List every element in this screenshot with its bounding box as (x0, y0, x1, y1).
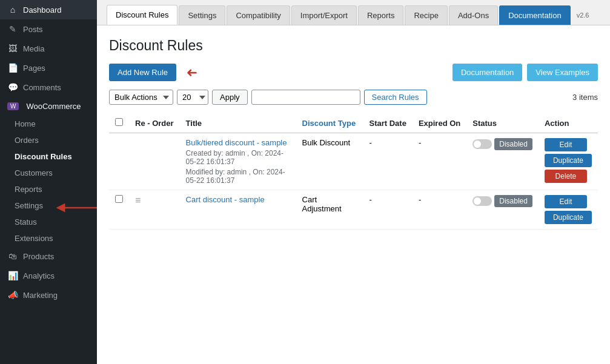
sidebar-item-media[interactable]: 🖼 Media (0, 39, 97, 58)
posts-icon: ✎ (7, 24, 18, 34)
row1-meta2: Modified by: admin , On: 2024-05-22 16:0… (186, 168, 290, 185)
main-area: Discount Rules Settings Compatibility Im… (97, 0, 610, 364)
row1-action-buttons: Edit Duplicate Delete (545, 138, 592, 183)
col-header-status: Status (466, 113, 539, 133)
col-header-reorder: Re - Order (129, 113, 180, 133)
row1-reorder-cell (129, 133, 180, 190)
marketing-icon: 📣 (7, 290, 18, 300)
row1-title-cell: Bulk/tiered discount - sample Created by… (180, 133, 296, 190)
apply-button[interactable]: Apply (212, 90, 248, 105)
row1-toggle-switch[interactable] (472, 139, 492, 149)
col-header-checkbox (109, 113, 129, 133)
row2-status-label: Disabled (494, 195, 532, 207)
sidebar-item-pages[interactable]: 📄 Pages (0, 58, 97, 78)
row2-title-link[interactable]: Cart discount - sample (186, 195, 265, 204)
col-header-title: Title (180, 113, 296, 133)
sidebar-sub-item-status[interactable]: Status (0, 214, 97, 230)
tab-recipe[interactable]: Recipe (405, 5, 447, 25)
tab-discount-rules[interactable]: Discount Rules (107, 5, 177, 25)
table-row: Bulk/tiered discount - sample Created by… (109, 133, 598, 190)
row1-edit-button[interactable]: Edit (545, 138, 587, 151)
row2-status-cell: Disabled (466, 190, 539, 230)
row2-duplicate-button[interactable]: Duplicate (545, 211, 592, 224)
dashboard-icon: ⌂ (7, 5, 18, 15)
row2-drag-handle[interactable]: ≡ (135, 195, 141, 205)
select-all-checkbox[interactable] (115, 118, 123, 126)
row2-start-date-cell: - (363, 190, 412, 230)
filter-row: Bulk Actions 20 Apply Search Rules 3 ite… (109, 90, 598, 105)
row2-edit-button[interactable]: Edit (545, 195, 587, 208)
sidebar-sub-label: Extensions (15, 234, 53, 243)
search-input[interactable] (251, 90, 360, 105)
sidebar-sub-item-home[interactable]: Home (0, 116, 97, 132)
sidebar-item-products[interactable]: 🛍 Products (0, 247, 97, 266)
sidebar-item-dashboard[interactable]: ⌂ Dashboard (0, 0, 97, 19)
sidebar: ⌂ Dashboard ✎ Posts 🖼 Media 📄 Pages 💬 Co… (0, 0, 97, 364)
col-header-expired-on: Expired On (413, 113, 466, 133)
media-icon: 🖼 (7, 44, 18, 53)
row1-checkbox-cell (109, 133, 129, 190)
row2-action-cell: Edit Duplicate (539, 190, 598, 230)
sidebar-sub-item-discount-rules[interactable]: Discount Rules (0, 148, 97, 165)
row2-checkbox[interactable] (115, 195, 123, 203)
row2-toggle-switch[interactable] (472, 196, 492, 206)
row2-expired-on-cell: - (413, 190, 466, 230)
content-area: Discount Rules Add New Rule ➜ Documentat… (97, 25, 610, 364)
row2-action-buttons: Edit Duplicate (545, 195, 592, 224)
sidebar-sub-item-extensions[interactable]: Extensions (0, 230, 97, 247)
sidebar-item-posts[interactable]: ✎ Posts (0, 19, 97, 39)
sidebar-item-label: Marketing (23, 291, 58, 300)
sidebar-item-label: Analytics (23, 271, 55, 280)
sidebar-sub-item-reports-woo[interactable]: Reports (0, 181, 97, 197)
tab-reports[interactable]: Reports (358, 5, 404, 25)
sidebar-sub-item-orders[interactable]: Orders (0, 132, 97, 148)
sidebar-item-analytics[interactable]: 📊 Analytics (0, 266, 97, 285)
tabs-bar: Discount Rules Settings Compatibility Im… (97, 0, 610, 25)
row2-status-toggle: Disabled (472, 195, 532, 207)
row1-duplicate-button[interactable]: Duplicate (545, 154, 592, 167)
sidebar-sub-item-settings-woo[interactable]: Settings (0, 197, 97, 214)
row2-reorder-cell: ≡ (129, 190, 180, 230)
tab-documentation[interactable]: Documentation (499, 5, 570, 25)
sidebar-sub-label: Home (15, 119, 36, 128)
tab-settings[interactable]: Settings (179, 5, 225, 25)
row1-delete-button[interactable]: Delete (545, 170, 587, 183)
woo-badge: W (7, 102, 19, 110)
row1-discount-type-cell: Bulk Discount (296, 133, 363, 190)
sidebar-item-label: Comments (23, 83, 61, 92)
row1-meta1: Created by: admin , On: 2024-05-22 16:01… (186, 149, 290, 166)
view-examples-button[interactable]: View Examples (527, 64, 598, 81)
version-label: v2.6 (572, 7, 594, 24)
sidebar-item-label: Media (23, 44, 44, 53)
row1-title-link[interactable]: Bulk/tiered discount - sample (186, 138, 287, 147)
bulk-actions-select[interactable]: Bulk Actions (109, 90, 173, 105)
arrow-indicator: ➜ (187, 65, 197, 81)
sidebar-item-label: Dashboard (23, 5, 62, 15)
sidebar-item-label: Products (23, 252, 54, 261)
search-rules-button[interactable]: Search Rules (364, 90, 427, 105)
add-button-container: Add New Rule ➜ (109, 64, 176, 81)
sidebar-item-woocommerce[interactable]: W WooCommerce (0, 97, 97, 116)
sidebar-item-label: Pages (23, 64, 45, 73)
sidebar-sub-label: Settings (15, 201, 43, 210)
per-page-select[interactable]: 20 (177, 90, 208, 105)
add-new-rule-button[interactable]: Add New Rule (109, 64, 176, 81)
tab-compatibility[interactable]: Compatibility (227, 5, 290, 25)
tab-import-export[interactable]: Import/Export (291, 5, 357, 25)
sidebar-item-marketing[interactable]: 📣 Marketing (0, 285, 97, 305)
sidebar-item-label: Posts (23, 25, 43, 34)
documentation-button[interactable]: Documentation (453, 64, 522, 81)
sidebar-sub-label: Customers (15, 168, 53, 177)
col-header-start-date: Start Date (363, 113, 412, 133)
sidebar-sub-item-customers[interactable]: Customers (0, 165, 97, 181)
row1-status-toggle: Disabled (472, 138, 532, 150)
table-row: ≡ Cart discount - sample Cart Adjustment… (109, 190, 598, 230)
analytics-icon: 📊 (7, 271, 18, 280)
page-title: Discount Rules (109, 38, 598, 54)
sidebar-sub-label: Discount Rules (15, 152, 72, 161)
row1-status-cell: Disabled (466, 133, 539, 190)
sidebar-item-comments[interactable]: 💬 Comments (0, 78, 97, 97)
table-header-row: Re - Order Title Discount Type Start Dat… (109, 113, 598, 133)
tab-add-ons[interactable]: Add-Ons (449, 5, 498, 25)
col-header-action: Action (539, 113, 598, 133)
